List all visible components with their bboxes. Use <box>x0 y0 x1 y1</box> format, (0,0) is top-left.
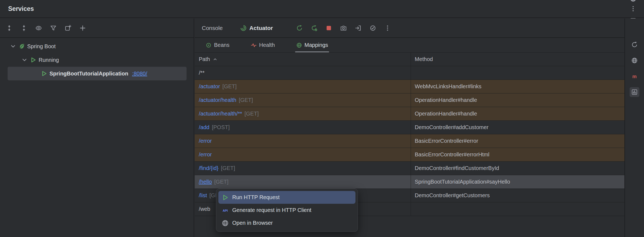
path-link[interactable]: /actuator/health/** <box>199 111 242 117</box>
path-link[interactable]: /error <box>199 138 212 144</box>
services-toolbar <box>0 19 194 38</box>
tab-console[interactable]: Console <box>202 25 223 31</box>
plus-button[interactable] <box>78 23 88 33</box>
table-row[interactable]: /actuator/health[GET]OperationHandler#ha… <box>195 93 624 107</box>
kebab-button[interactable] <box>383 23 392 33</box>
titlebar: Services <box>0 0 644 18</box>
subtab-beans[interactable]: Beans <box>205 38 231 52</box>
services-tree: Spring BootRunningSpringBootTutorialAppl… <box>0 38 194 80</box>
method-cell: BasicErrorController#error <box>411 134 624 148</box>
svg-text:API: API <box>223 209 228 212</box>
path-link[interactable]: /actuator/health <box>199 97 236 103</box>
tree-item-label: Running <box>39 57 59 63</box>
method-cell: DemoController#getCustomers <box>411 189 624 202</box>
subtab-label: Mappings <box>305 42 328 48</box>
path-cell: /actuator/health[GET] <box>195 93 411 107</box>
table-row[interactable]: /hello[GET]SpringBootTutorialApplication… <box>195 175 624 189</box>
path-link[interactable]: /find/{id} <box>199 165 218 171</box>
filter-button[interactable] <box>48 23 58 33</box>
column-header-path[interactable]: Path <box>195 53 411 66</box>
rerun-button[interactable] <box>295 23 304 33</box>
collapse-all-icon <box>21 25 27 31</box>
table-row[interactable]: /errorBasicErrorController#errorHtml <box>195 148 624 162</box>
method-text: BasicErrorController#errorHtml <box>415 151 490 158</box>
metrics-button[interactable]: m <box>630 71 639 81</box>
right-tool-stripe: m <box>624 19 644 237</box>
tree-item-label: SpringBootTutorialApplication <box>49 71 128 77</box>
filter-icon <box>50 25 57 31</box>
export-button[interactable] <box>353 23 363 33</box>
path-cell: /error <box>195 134 411 148</box>
http-method-badge: [POST] <box>212 124 230 130</box>
menu-item-open-in-browser[interactable]: Open in Browser <box>218 217 355 229</box>
menu-item-run-http-request[interactable]: Run HTTP Request <box>218 191 355 204</box>
path-header-label: Path <box>199 56 210 62</box>
method-cell: OperationHandler#handle <box>411 93 624 107</box>
circle-check-icon <box>370 25 376 31</box>
method-cell: DemoController#addCustomer <box>411 121 624 134</box>
path-link[interactable]: /add <box>199 124 209 130</box>
method-header-label: Method <box>415 56 433 62</box>
circle-check-button[interactable] <box>368 23 378 33</box>
tree-item-label: Spring Boot <box>27 43 56 50</box>
table-row[interactable]: /actuator[GET]WebMvcLinksHandler#links <box>195 80 624 93</box>
path-link[interactable]: /list <box>199 192 207 199</box>
collapse-all-button[interactable] <box>19 23 29 33</box>
new-tab-button[interactable] <box>63 23 73 33</box>
http-method-badge: [GET] <box>221 165 235 171</box>
update-icon <box>311 25 317 31</box>
export-icon <box>355 25 361 31</box>
path-text: /** <box>199 70 205 76</box>
path-text: /web <box>199 206 210 212</box>
table-row[interactable]: /errorBasicErrorController#error <box>195 134 624 148</box>
tree-item-springboottutorialapplication[interactable]: SpringBootTutorialApplication:8080/ <box>8 67 187 80</box>
port-link[interactable]: :8080/ <box>132 71 147 77</box>
beans-icon <box>206 42 212 48</box>
stop-button[interactable] <box>324 23 334 33</box>
table-row[interactable]: /add[POST]DemoController#addCustomer <box>195 121 624 134</box>
menu-item-label: Generate request in HTTP Client <box>232 207 311 213</box>
camera-icon <box>340 25 347 31</box>
globe-icon <box>631 57 638 64</box>
table-row[interactable]: /** <box>195 66 624 80</box>
http-method-badge: [GET] <box>214 179 228 185</box>
tab-label: Actuator <box>249 25 273 31</box>
refresh-button[interactable] <box>630 40 639 50</box>
rerun-icon <box>296 25 303 31</box>
table-row[interactable]: /actuator/health/**[GET]OperationHandler… <box>195 107 624 121</box>
table-row[interactable]: /find/{id}[GET]DemoController#findCustom… <box>195 162 624 175</box>
method-text: BasicErrorController#error <box>415 138 478 144</box>
update-button[interactable] <box>309 23 319 33</box>
stop-icon <box>326 25 332 31</box>
path-link[interactable]: /actuator <box>199 83 220 90</box>
kebab-button[interactable] <box>628 4 638 14</box>
tab-label: Console <box>202 25 223 31</box>
subtab-mappings[interactable]: Mappings <box>295 38 329 52</box>
method-cell <box>411 66 624 80</box>
camera-button[interactable] <box>339 23 348 33</box>
path-link[interactable]: /error <box>199 151 212 158</box>
expand-all-button[interactable] <box>4 23 14 33</box>
context-menu: Run HTTP RequestAPIGenerate request in H… <box>216 189 358 232</box>
tree-item-spring-boot[interactable]: Spring Boot <box>8 40 187 53</box>
tree-item-running[interactable]: Running <box>8 53 187 67</box>
menu-item-generate-request-in-http-client[interactable]: APIGenerate request in HTTP Client <box>218 204 355 217</box>
eye-button[interactable] <box>34 23 44 33</box>
console-header: ConsoleActuator <box>195 19 624 38</box>
method-cell <box>411 202 624 216</box>
globe-button[interactable] <box>628 0 638 4</box>
chevron-down-icon <box>10 43 16 50</box>
metrics-icon: m <box>631 73 638 80</box>
subtab-health[interactable]: Health <box>250 38 276 52</box>
tab-actuator[interactable]: Actuator <box>240 25 273 31</box>
column-header-method[interactable]: Method <box>411 53 624 66</box>
sort-asc-icon <box>212 57 218 62</box>
chevron-down-icon <box>21 57 28 63</box>
refresh-icon <box>631 41 638 48</box>
console-toolbar <box>295 23 392 33</box>
globe-button[interactable] <box>630 56 639 65</box>
charts-button[interactable] <box>630 87 639 97</box>
path-link[interactable]: /hello <box>199 179 212 185</box>
run-outline-icon <box>30 57 36 63</box>
subtab-label: Beans <box>214 42 230 48</box>
